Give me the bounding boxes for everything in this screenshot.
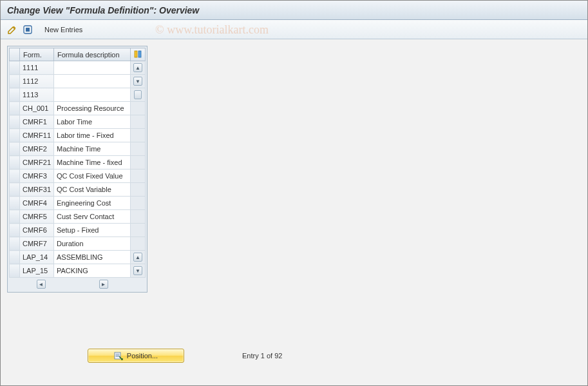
form-description-cell[interactable] — [54, 88, 131, 102]
table-row: CMRF31QC Cost Variable — [10, 183, 146, 197]
form-description-cell[interactable]: Engineering Cost — [54, 197, 131, 210]
row-selector[interactable] — [10, 169, 20, 183]
form-key-cell[interactable]: CMRF5 — [20, 210, 54, 224]
scroll-track — [131, 156, 146, 169]
row-selector[interactable] — [10, 115, 20, 129]
form-description-cell[interactable]: QC Cost Variable — [54, 183, 131, 197]
svg-rect-3 — [138, 51, 141, 57]
form-description-cell[interactable]: Duration — [54, 237, 131, 251]
page-title-bar: Change View "Formula Definition": Overvi… — [1, 1, 587, 20]
table-row: CH_001Processing Resource — [10, 102, 146, 115]
scroll-thumb[interactable] — [131, 88, 146, 102]
row-selector[interactable] — [10, 156, 20, 169]
form-key-cell[interactable]: 1113 — [20, 88, 54, 102]
table-row: CMRF21Machine Time - fixed — [10, 156, 146, 169]
footer-row: Position... Entry 1 of 92 — [88, 349, 282, 363]
table-row: 1113 — [10, 88, 146, 102]
form-key-cell[interactable]: CMRF2 — [20, 142, 54, 156]
form-description-cell[interactable]: Cust Serv Contact — [54, 210, 131, 224]
scroll-left-button[interactable]: ◄ — [37, 280, 46, 289]
position-button-label: Position... — [127, 352, 158, 360]
form-description-cell[interactable]: Machine Time — [54, 142, 131, 156]
scroll-right-button[interactable]: ► — [99, 280, 108, 289]
row-selector[interactable] — [10, 102, 20, 115]
table-row: LAP_14ASSEMBLING▲ — [10, 251, 146, 264]
svg-rect-6 — [115, 355, 119, 356]
form-key-cell[interactable]: 1112 — [20, 75, 54, 88]
table-row: CMRF7Duration — [10, 237, 146, 251]
form-description-cell[interactable]: PACKING — [54, 264, 131, 278]
row-selector[interactable] — [10, 264, 20, 278]
row-selector[interactable] — [10, 75, 20, 88]
form-description-cell[interactable] — [54, 61, 131, 75]
column-form[interactable]: Form. — [20, 48, 54, 61]
scroll-down-button[interactable]: ▼ — [131, 264, 146, 278]
form-description-cell[interactable]: Labor time - Fixed — [54, 129, 131, 142]
select-all-icon[interactable] — [21, 23, 34, 36]
form-key-cell[interactable]: CMRF11 — [20, 129, 54, 142]
row-selector[interactable] — [10, 251, 20, 264]
form-description-cell[interactable]: Setup - Fixed — [54, 224, 131, 237]
row-selector[interactable] — [10, 61, 20, 75]
form-key-cell[interactable]: CH_001 — [20, 102, 54, 115]
main-area: Form. Formula description 1111▲1112▼1113… — [1, 39, 587, 385]
configure-columns-icon[interactable] — [131, 48, 146, 61]
row-selector[interactable] — [10, 142, 20, 156]
form-description-cell[interactable]: QC Cost Fixed Value — [54, 169, 131, 183]
form-description-cell[interactable]: Labor Time — [54, 115, 131, 129]
form-key-cell[interactable]: 1111 — [20, 61, 54, 75]
table-row: CMRF2Machine Time — [10, 142, 146, 156]
scroll-track — [131, 183, 146, 197]
svg-rect-1 — [26, 28, 30, 32]
form-key-cell[interactable]: CMRF7 — [20, 237, 54, 251]
form-description-cell[interactable]: Processing Resource — [54, 102, 131, 115]
form-description-cell[interactable]: Machine Time - fixed — [54, 156, 131, 169]
toolbar: New Entries — [1, 20, 587, 39]
column-selector[interactable] — [10, 48, 20, 61]
row-selector[interactable] — [10, 210, 20, 224]
table-row: 1112▼ — [10, 75, 146, 88]
entry-status: Entry 1 of 92 — [242, 352, 282, 360]
svg-rect-2 — [135, 51, 137, 57]
form-key-cell[interactable]: CMRF6 — [20, 224, 54, 237]
form-key-cell[interactable]: CMRF3 — [20, 169, 54, 183]
row-selector[interactable] — [10, 224, 20, 237]
scroll-up-button[interactable]: ▲ — [131, 61, 146, 75]
form-key-cell[interactable]: LAP_14 — [20, 251, 54, 264]
scroll-track — [131, 102, 146, 115]
scroll-track — [131, 224, 146, 237]
row-selector[interactable] — [10, 183, 20, 197]
horizontal-scrollbar: ◄ ► — [9, 278, 146, 291]
scroll-track — [131, 169, 146, 183]
table-row: LAP_15PACKING▼ — [10, 264, 146, 278]
form-description-cell[interactable] — [54, 75, 131, 88]
svg-rect-5 — [115, 354, 119, 354]
table-row: CMRF4Engineering Cost — [10, 197, 146, 210]
form-key-cell[interactable]: CMRF21 — [20, 156, 54, 169]
row-selector[interactable] — [10, 129, 20, 142]
form-key-cell[interactable]: CMRF31 — [20, 183, 54, 197]
scroll-track — [131, 115, 146, 129]
row-selector[interactable] — [10, 197, 20, 210]
column-description[interactable]: Formula description — [54, 48, 131, 61]
scroll-up-button[interactable]: ▲ — [131, 251, 146, 264]
scroll-track — [131, 129, 146, 142]
table-row: CMRF3QC Cost Fixed Value — [10, 169, 146, 183]
form-key-cell[interactable]: LAP_15 — [20, 264, 54, 278]
table-row: CMRF1Labor Time — [10, 115, 146, 129]
form-description-cell[interactable]: ASSEMBLING — [54, 251, 131, 264]
scroll-track — [131, 237, 146, 251]
form-key-cell[interactable]: CMRF1 — [20, 115, 54, 129]
change-icon[interactable] — [6, 23, 19, 36]
row-selector[interactable] — [10, 237, 20, 251]
page-title: Change View "Formula Definition": Overvi… — [7, 5, 199, 15]
table-row: CMRF11Labor time - Fixed — [10, 129, 146, 142]
table-container: Form. Formula description 1111▲1112▼1113… — [7, 46, 147, 293]
scroll-track — [131, 197, 146, 210]
row-selector[interactable] — [10, 88, 20, 102]
new-entries-button[interactable]: New Entries — [41, 24, 86, 35]
scroll-down-button[interactable]: ▼ — [131, 75, 146, 88]
position-button[interactable]: Position... — [88, 349, 184, 363]
form-key-cell[interactable]: CMRF4 — [20, 197, 54, 210]
table-row: CMRF5Cust Serv Contact — [10, 210, 146, 224]
